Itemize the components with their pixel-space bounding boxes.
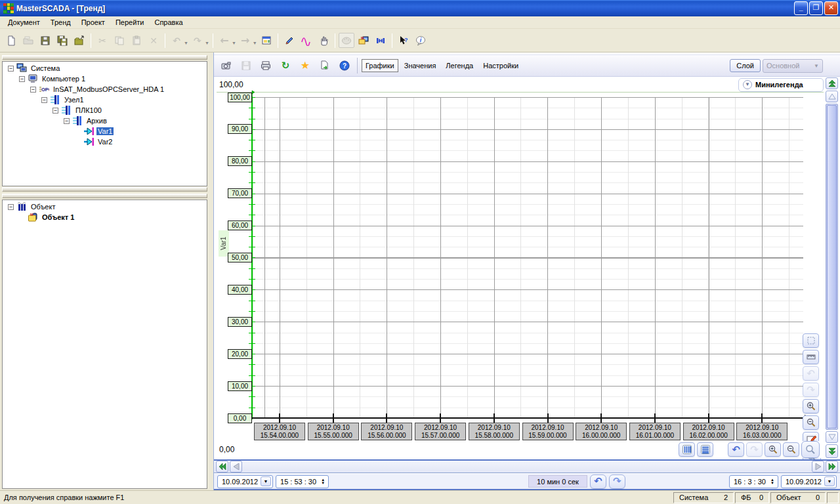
copy-button[interactable] xyxy=(112,33,127,48)
scroll-page-left-button[interactable] xyxy=(216,461,228,472)
pan-hand-button[interactable] xyxy=(316,33,331,48)
measure-ruler-button[interactable] xyxy=(803,350,819,364)
scroll-page-up-button[interactable] xyxy=(826,77,838,89)
system-tree-item-плк100[interactable]: −ПЛК100 xyxy=(3,105,207,116)
panel-splitter[interactable] xyxy=(2,55,207,60)
export-button[interactable] xyxy=(316,57,334,74)
undo-button[interactable]: ↶ xyxy=(169,33,184,48)
time-spinner[interactable]: ▲▼ xyxy=(768,478,776,485)
scroll-right-button[interactable] xyxy=(812,461,824,472)
tree-collapse-icon[interactable]: − xyxy=(19,76,25,82)
dropdown-caret-icon[interactable]: ▼ xyxy=(205,41,209,45)
redo-button[interactable]: ↷ xyxy=(190,33,205,48)
close-button[interactable]: ✕ xyxy=(824,1,838,15)
zoom-undo-button[interactable]: ↶ xyxy=(728,442,744,457)
scroll-down-button[interactable] xyxy=(826,431,838,443)
print-button[interactable] xyxy=(257,57,275,74)
view-redo-button[interactable]: ↷ xyxy=(803,383,819,397)
view-undo-button[interactable]: ↶ xyxy=(803,366,819,381)
end-time-picker[interactable]: 16 : 3 : 30 ▲▼ xyxy=(729,475,778,488)
minimize-button[interactable]: _ xyxy=(794,1,808,15)
dropdown-caret-icon[interactable]: ▼ xyxy=(232,41,236,45)
layer-select[interactable]: Основной ▼ xyxy=(763,59,823,73)
window-preview-button[interactable] xyxy=(259,33,274,48)
open-project-button[interactable] xyxy=(72,33,87,48)
start-date-picker[interactable]: 10.09.2012 ▼ xyxy=(217,475,273,488)
system-tree-item-система[interactable]: −Система xyxy=(3,63,207,74)
computer-import-button[interactable]: M xyxy=(356,33,371,48)
fit-view-button[interactable] xyxy=(803,333,819,348)
scroll-left-button[interactable] xyxy=(230,461,242,472)
minilegend-toggle[interactable]: ▼ Минилегенда xyxy=(738,78,824,92)
paste-button[interactable] xyxy=(129,33,144,48)
object-tree-item-объект-1[interactable]: MОбъект 1 xyxy=(3,212,207,222)
scroll-page-down-button[interactable] xyxy=(826,444,838,458)
system-tree-item-var1[interactable]: Var1 xyxy=(3,126,207,136)
zoom-in-y-button[interactable] xyxy=(803,399,819,413)
palette-button[interactable] xyxy=(339,33,354,48)
menu-item-проект[interactable]: Проект xyxy=(76,17,110,28)
dropdown-caret-icon[interactable]: ▼ xyxy=(184,41,188,45)
calendar-dropdown-icon[interactable]: ▼ xyxy=(824,476,835,486)
navigate-back-button[interactable]: ← xyxy=(217,33,232,48)
delete-button[interactable]: ✕ xyxy=(146,33,161,48)
tab-graphs[interactable]: Графики xyxy=(362,59,398,72)
layer-button[interactable]: Слой xyxy=(730,59,761,72)
cut-button[interactable]: ✂ xyxy=(94,33,110,48)
help-button[interactable]: ? xyxy=(335,57,354,74)
zoom-out-y-button[interactable] xyxy=(803,415,819,430)
new-document-button[interactable] xyxy=(3,33,19,48)
chart-area[interactable]: Var1 100,0090,0080,0070,0060,0050,0040,0… xyxy=(217,93,824,441)
zoom-in-button[interactable] xyxy=(765,442,781,457)
menu-item-документ[interactable]: Документ xyxy=(3,17,45,28)
bars-view-button[interactable] xyxy=(679,442,695,457)
refresh-button[interactable]: ↻ xyxy=(276,57,295,74)
time-spinner[interactable]: ▲▼ xyxy=(319,478,327,485)
vertical-splitter[interactable] xyxy=(209,52,213,490)
system-tree-item-компьютер-1[interactable]: −Компьютер 1 xyxy=(3,74,207,84)
vertical-scroll-thumb[interactable] xyxy=(827,105,837,429)
object-tree-item-объект[interactable]: −Объект xyxy=(3,201,207,212)
scroll-up-button[interactable] xyxy=(826,91,838,102)
tree-collapse-icon[interactable]: − xyxy=(8,204,14,210)
tab-legend[interactable]: Легенда xyxy=(442,59,477,72)
tab-values[interactable]: Значения xyxy=(400,59,440,72)
zoom-select-button[interactable] xyxy=(801,441,820,458)
system-tree-item-узел1[interactable]: −Узел1 xyxy=(3,94,207,105)
dropdown-caret-icon[interactable]: ▼ xyxy=(253,41,257,45)
menu-item-перейти[interactable]: Перейти xyxy=(110,17,150,28)
start-time-picker[interactable]: 15 : 53 : 30 ▲▼ xyxy=(276,475,329,488)
chevron-down-icon[interactable]: ▼ xyxy=(743,80,752,89)
calendar-dropdown-icon[interactable]: ▼ xyxy=(261,476,271,486)
panel-splitter[interactable] xyxy=(2,194,207,198)
system-tree-item-var2[interactable]: Var2 xyxy=(3,136,207,147)
panel-splitter[interactable] xyxy=(2,187,207,192)
favorites-button[interactable]: ★ xyxy=(296,57,314,74)
menu-item-тренд[interactable]: Тренд xyxy=(45,17,76,28)
tree-collapse-icon[interactable]: − xyxy=(52,108,58,114)
vertical-scroll-track[interactable] xyxy=(826,104,838,430)
zoom-redo-button[interactable]: ↷ xyxy=(746,442,763,457)
tree-collapse-icon[interactable]: − xyxy=(64,118,70,124)
range-undo-button[interactable]: ↶ xyxy=(590,474,606,489)
save-trend-button[interactable] xyxy=(237,57,255,74)
save-button[interactable] xyxy=(37,33,53,48)
zoom-out-button[interactable] xyxy=(783,442,799,457)
tree-collapse-icon[interactable]: − xyxy=(30,87,36,93)
context-help-button[interactable]: ? xyxy=(396,33,411,48)
connection-button[interactable] xyxy=(373,33,388,48)
trend-wave-button[interactable] xyxy=(299,33,314,48)
range-redo-button[interactable]: ↷ xyxy=(609,474,625,489)
edit-pencil-button[interactable] xyxy=(282,33,297,48)
end-date-picker[interactable]: 10.09.2012 ▼ xyxy=(781,475,837,488)
tree-collapse-icon[interactable]: − xyxy=(41,97,47,103)
system-tree-item-insat-modbusopcserver-hda-1[interactable]: −OPCInSAT_ModbusOPCServer_HDA 1 xyxy=(3,84,207,94)
scroll-page-right-button[interactable] xyxy=(826,461,838,472)
restore-button[interactable]: ❐ xyxy=(809,1,823,15)
tree-collapse-icon[interactable]: − xyxy=(8,66,14,72)
lines-view-button[interactable] xyxy=(697,442,713,457)
snapshot-button[interactable] xyxy=(217,57,236,74)
save-all-button[interactable] xyxy=(54,33,70,48)
open-document-button[interactable] xyxy=(20,33,36,48)
menu-item-справка[interactable]: Справка xyxy=(149,17,188,28)
